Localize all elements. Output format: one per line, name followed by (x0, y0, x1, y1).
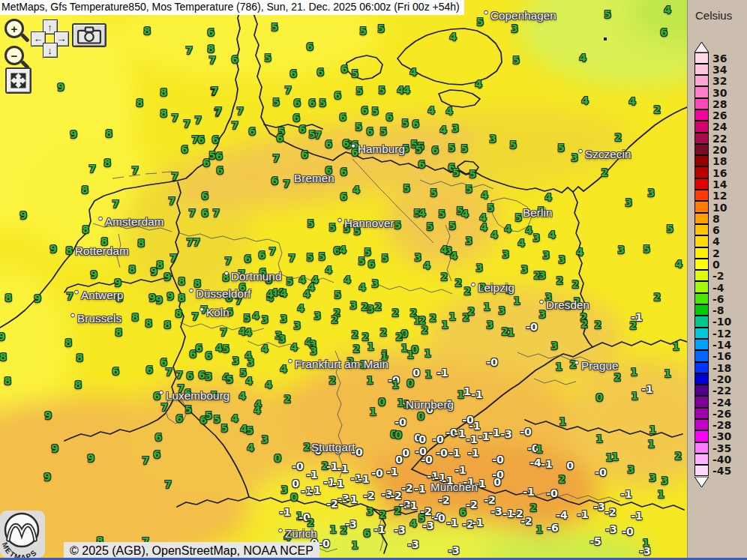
legend-tick-label: -10 (712, 316, 731, 328)
legend-tick-label: 16 (712, 167, 727, 179)
fullscreen-icon (8, 70, 28, 91)
metmaps-logo-icon: METMAPS (0, 511, 45, 558)
legend-tick-label: 36 (712, 52, 727, 64)
legend-color-swatch (694, 155, 709, 166)
legend-tick-label: 2 (712, 247, 720, 259)
screenshot-button[interactable] (72, 23, 106, 47)
legend-color-swatch (694, 166, 709, 178)
legend-color-swatch (694, 430, 709, 442)
legend-tick-label: -14 (712, 339, 731, 351)
legend-color-swatch (694, 121, 709, 132)
legend-color-swatch (694, 52, 709, 64)
legend-row: 4 (694, 236, 731, 247)
legend-row: -22 (694, 385, 731, 397)
legend-color-swatch (694, 408, 709, 419)
legend-row: -18 (694, 362, 731, 373)
zoom-out-button[interactable]: − (4, 46, 24, 65)
plus-icon: + (11, 22, 18, 35)
legend-tick-label: 6 (712, 224, 720, 236)
legend-color-swatch (694, 385, 709, 396)
legend-row: 12 (694, 190, 731, 202)
legend-row: -6 (694, 293, 731, 304)
legend-color-swatch (694, 144, 709, 155)
legend-tick-label: 0 (712, 259, 720, 271)
legend-tick-label: -35 (712, 442, 731, 454)
legend-tick-label: 4 (712, 235, 720, 247)
legend-color-swatch (694, 316, 709, 327)
zoom-in-button[interactable]: + (4, 19, 24, 38)
legend-tick-label: 14 (712, 178, 727, 190)
legend-color-swatch (694, 362, 709, 373)
legend-row: 28 (694, 98, 731, 109)
metmaps-app: 8768565545354654442423332499888877777765… (0, 0, 747, 560)
legend-row: -4 (694, 282, 731, 293)
legend-tick-label: -22 (712, 385, 731, 397)
camera-icon (74, 25, 105, 46)
legend-row: -8 (694, 305, 731, 316)
legend-tick-label: -28 (712, 419, 731, 431)
color-scale: 363432302826242220181614121086420-2-4-6-… (694, 42, 731, 487)
arrow-up-icon: ↑ (47, 22, 52, 33)
legend-color-swatch (694, 133, 709, 144)
legend-color-swatch (694, 86, 709, 97)
legend-tick-label: -6 (712, 293, 724, 305)
legend-color-swatch (694, 419, 709, 430)
legend-color-swatch (694, 270, 709, 281)
legend-row: 32 (694, 76, 731, 87)
scale-bottom-arrow-icon (694, 477, 709, 487)
legend-row: -45 (694, 466, 731, 477)
legend-color-swatch (694, 281, 709, 292)
legend-color-swatch (694, 201, 709, 212)
legend-row: -14 (694, 339, 731, 350)
legend-tick-label: -26 (712, 408, 731, 420)
legend-tick-label: 28 (712, 98, 727, 110)
legend-color-swatch (694, 339, 709, 350)
legend-color-swatch (694, 64, 709, 75)
legend-color-swatch (694, 247, 709, 259)
legend-tick-label: -40 (712, 454, 731, 466)
pan-down-button[interactable]: ↓ (43, 43, 58, 58)
legend-color-swatch (694, 454, 709, 465)
legend-color-swatch (694, 442, 709, 454)
legend-row: -35 (694, 442, 731, 454)
legend-color-swatch (694, 98, 709, 109)
legend-tick-label: 32 (712, 75, 727, 87)
legend-tick-label: -30 (712, 430, 731, 442)
legend-row: 2 (694, 247, 731, 259)
legend-row: 0 (694, 259, 731, 270)
legend-row: 26 (694, 109, 731, 121)
legend-color-swatch (694, 465, 709, 476)
legend-color-swatch (694, 213, 709, 224)
weather-map[interactable]: 8768565545354654442423332499888877777765… (0, 0, 687, 560)
legend-color-swatch (694, 293, 709, 304)
legend-tick-label: -24 (712, 397, 731, 409)
temperature-fill-map (0, 0, 687, 560)
fullscreen-button[interactable] (5, 67, 32, 94)
legend-row: -20 (694, 373, 731, 385)
legend-row: -10 (694, 316, 731, 328)
legend-tick-label: 18 (712, 155, 727, 167)
legend-color-swatch (694, 224, 709, 235)
legend-tick-label: -8 (712, 304, 724, 316)
legend-color-swatch (694, 350, 709, 361)
legend-row: -26 (694, 408, 731, 419)
legend-row: -16 (694, 351, 731, 362)
legend-tick-label: -20 (712, 373, 731, 385)
legend-color-swatch (694, 178, 709, 190)
legend-row: 8 (694, 213, 731, 224)
legend-row: 20 (694, 144, 731, 155)
legend-row: 24 (694, 121, 731, 133)
metmaps-logo[interactable]: METMAPS (0, 511, 45, 558)
legend-tick-label: 20 (712, 144, 727, 156)
legend-color-swatch (694, 396, 709, 407)
legend-row: 16 (694, 167, 731, 178)
legend-row: 14 (694, 178, 731, 190)
legend-tick-label: 30 (712, 87, 727, 99)
legend-tick-label: -2 (712, 270, 724, 282)
legend-color-swatch (694, 259, 709, 270)
legend-color-swatch (694, 373, 709, 385)
arrow-down-icon: ↓ (47, 45, 52, 56)
legend-row: 10 (694, 202, 731, 213)
legend-row: -2 (694, 271, 731, 282)
legend-row: 6 (694, 224, 731, 235)
